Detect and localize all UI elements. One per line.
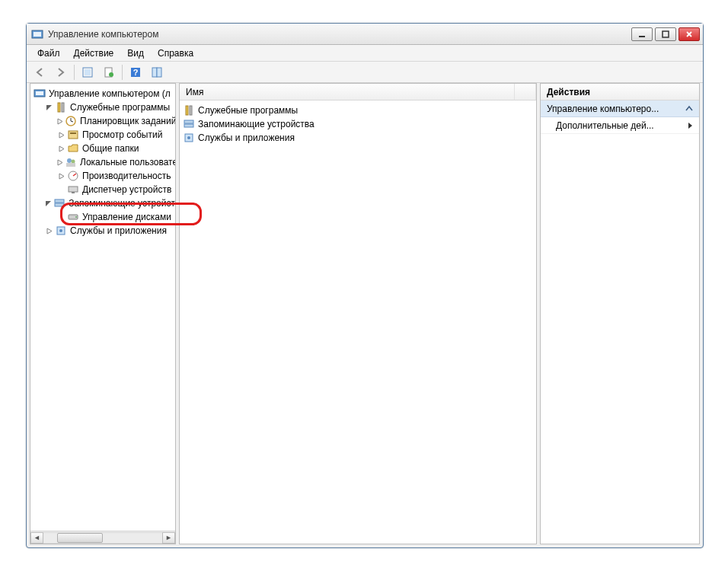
expand-icon[interactable] <box>56 130 65 139</box>
tools-icon <box>55 101 67 113</box>
forward-button[interactable] <box>53 64 69 81</box>
tools-icon <box>183 104 195 116</box>
list-pane: Имя Служебные программы Запоминающие уст… <box>179 83 537 544</box>
list-item-label: Запоминающие устройства <box>198 119 315 129</box>
tree-performance[interactable]: Производительность <box>30 169 175 183</box>
svg-rect-29 <box>72 192 75 193</box>
svg-rect-37 <box>190 106 192 115</box>
svg-rect-31 <box>55 203 64 206</box>
users-icon <box>65 156 77 168</box>
svg-rect-15 <box>36 91 43 95</box>
menu-help[interactable]: Справка <box>152 46 200 60</box>
clock-icon <box>65 115 77 127</box>
list-row-storage[interactable]: Запоминающие устройства <box>183 117 533 131</box>
tree-system-tools[interactable]: Служебные программы <box>30 101 175 114</box>
tree-disk-management[interactable]: Управление дисками <box>30 210 175 224</box>
svg-rect-25 <box>66 163 75 167</box>
tree-shared-folders[interactable]: Общие папки <box>30 142 175 155</box>
scroll-left-button[interactable]: ◄ <box>30 532 43 544</box>
svg-rect-1 <box>34 32 41 37</box>
actions-more[interactable]: Дополнительные дей... <box>541 117 699 134</box>
collapse-icon <box>685 105 693 113</box>
svg-rect-3 <box>663 31 669 37</box>
perf-icon <box>67 170 79 182</box>
titlebar: Управление компьютером <box>27 24 703 45</box>
computer-icon <box>34 88 46 100</box>
svg-point-33 <box>75 216 77 218</box>
svg-rect-28 <box>69 187 78 192</box>
show-actions-button[interactable] <box>148 64 165 81</box>
menu-file[interactable]: Файл <box>31 46 66 60</box>
svg-rect-21 <box>69 131 78 139</box>
up-button[interactable] <box>79 64 96 81</box>
tree-task-scheduler[interactable]: Планировщик заданий <box>30 114 175 128</box>
expand-icon[interactable] <box>56 116 63 126</box>
actions-more-label: Дополнительные дей... <box>556 120 654 131</box>
app-icon <box>31 28 43 40</box>
main-window: Управление компьютером Файл Действие Вид… <box>26 23 704 548</box>
expand-icon[interactable] <box>56 144 65 153</box>
svg-point-35 <box>59 229 62 232</box>
svg-point-23 <box>67 158 72 163</box>
svg-point-24 <box>72 160 75 164</box>
back-button[interactable] <box>31 64 48 81</box>
tree-services-apps[interactable]: Службы и приложения <box>30 224 175 238</box>
tree-device-manager[interactable]: Диспетчер устройств <box>30 183 175 196</box>
actions-pane: Действия Управление компьютеро... Дополн… <box>540 83 700 544</box>
tree-root[interactable]: Управление компьютером (л <box>30 87 175 101</box>
close-button[interactable] <box>679 27 700 41</box>
folder-share-icon <box>67 142 79 155</box>
help-button[interactable]: ? <box>127 64 144 81</box>
svg-rect-30 <box>55 199 64 203</box>
column-blank[interactable] <box>515 84 536 100</box>
minimize-button[interactable] <box>631 27 653 41</box>
storage-icon <box>183 118 195 130</box>
menu-action[interactable]: Действие <box>68 46 120 60</box>
tree-storage[interactable]: Запоминающие устройст <box>30 196 175 210</box>
collapse-icon[interactable] <box>44 103 53 112</box>
expand-icon[interactable] <box>44 226 53 235</box>
device-icon <box>67 183 79 196</box>
menubar: Файл Действие Вид Справка <box>27 45 703 62</box>
svg-rect-36 <box>186 106 188 115</box>
disk-icon <box>67 211 79 223</box>
scroll-right-button[interactable]: ► <box>162 532 175 544</box>
expand-icon[interactable] <box>56 171 65 180</box>
svg-rect-12 <box>152 68 157 77</box>
svg-rect-16 <box>58 103 60 112</box>
window-title: Управление компьютером <box>48 29 631 40</box>
services-icon <box>55 225 67 237</box>
collapse-icon[interactable] <box>44 199 52 208</box>
svg-rect-22 <box>70 132 76 134</box>
tree-local-users[interactable]: Локальные пользовате <box>30 155 175 169</box>
list-row-services[interactable]: Службы и приложения <box>183 131 533 145</box>
storage-icon <box>53 197 65 209</box>
svg-rect-2 <box>639 36 645 37</box>
svg-rect-39 <box>184 124 193 127</box>
event-icon <box>67 129 79 141</box>
svg-text:?: ? <box>133 68 139 77</box>
tree-event-viewer[interactable]: Просмотр событий <box>30 128 175 142</box>
list-item-label: Служебные программы <box>198 105 298 116</box>
tree-pane: Управление компьютером (л Служебные прог… <box>30 83 176 544</box>
chevron-right-icon <box>687 122 693 129</box>
properties-button[interactable] <box>101 64 117 81</box>
list-item-label: Службы и приложения <box>198 132 295 143</box>
actions-header: Действия <box>541 84 699 101</box>
svg-rect-7 <box>85 69 91 75</box>
svg-rect-17 <box>62 103 64 112</box>
svg-point-9 <box>109 72 113 77</box>
maximize-button[interactable] <box>655 27 676 41</box>
expand-icon[interactable] <box>56 158 63 167</box>
column-name[interactable]: Имя <box>180 84 515 100</box>
scroll-thumb[interactable] <box>57 533 103 543</box>
actions-section[interactable]: Управление компьютеро... <box>541 101 699 117</box>
scroll-track[interactable] <box>43 532 162 544</box>
list-row-system-tools[interactable]: Служебные программы <box>183 104 533 117</box>
tree-hscroll[interactable]: ◄ ► <box>30 531 175 544</box>
services-icon <box>183 132 195 144</box>
menu-view[interactable]: Вид <box>121 46 150 60</box>
svg-rect-13 <box>157 68 161 77</box>
actions-section-label: Управление компьютеро... <box>547 104 659 114</box>
svg-rect-38 <box>184 120 193 123</box>
